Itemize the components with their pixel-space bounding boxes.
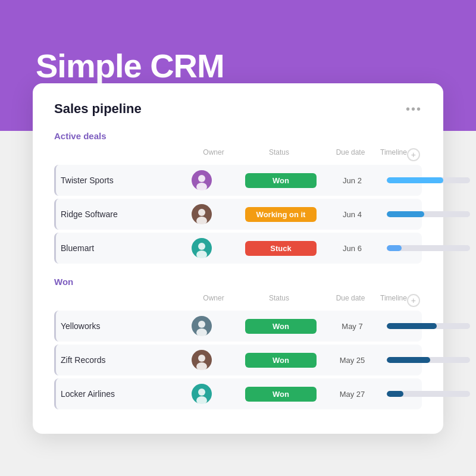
- active-deals-header: Owner Status Due date Timeline +: [54, 146, 422, 164]
- timeline-track: [387, 245, 470, 251]
- status-badge: Won: [245, 353, 317, 368]
- won-deals-header: Owner Status Due date Timeline +: [54, 292, 422, 309]
- table-row: Twister Sports Won Jun 2: [54, 165, 422, 196]
- table-row: Bluemart Stuck Jun 6: [54, 233, 422, 264]
- timeline-track: [387, 357, 470, 363]
- card-header: Sales pipeline •••: [54, 101, 422, 117]
- card-title: Sales pipeline: [54, 101, 142, 117]
- timeline-track: [387, 177, 470, 183]
- svg-point-10: [198, 321, 205, 328]
- timeline-cell: [382, 211, 475, 217]
- timeline-cell: [382, 323, 475, 329]
- status-badge: Stuck: [245, 241, 317, 256]
- svg-point-7: [198, 243, 205, 250]
- timeline-cell: [382, 391, 475, 397]
- won-duedate-col-header: Due date: [321, 294, 380, 307]
- due-date: May 27: [322, 390, 382, 399]
- timeline-col-header: Timeline: [380, 148, 407, 161]
- status-col-header: Status: [237, 148, 321, 161]
- avatar: [192, 170, 239, 190]
- more-button[interactable]: •••: [406, 102, 422, 116]
- timeline-cell: [382, 245, 475, 251]
- avatar: [192, 204, 239, 224]
- status-badge: Won: [245, 173, 317, 188]
- table-row: Yelloworks Won May 7: [54, 311, 422, 342]
- add-won-deal-button[interactable]: +: [407, 294, 420, 307]
- timeline-cell: [382, 357, 475, 363]
- timeline-fill: [387, 245, 402, 251]
- svg-point-1: [198, 175, 205, 182]
- deal-name: Ridge Software: [61, 209, 192, 219]
- svg-point-13: [198, 355, 205, 362]
- add-active-deal-button[interactable]: +: [407, 148, 420, 161]
- svg-point-16: [198, 389, 205, 396]
- timeline-fill: [387, 211, 424, 217]
- table-row: Zift Records Won May 25: [54, 345, 422, 375]
- won-timeline-col-header: Timeline: [380, 294, 407, 307]
- active-deals-section: Active deals Owner Status Due date Timel…: [54, 131, 422, 264]
- due-date: May 25: [322, 356, 382, 365]
- deal-name: Bluemart: [61, 243, 192, 253]
- avatar: [192, 384, 239, 404]
- status-badge: Won: [245, 319, 317, 334]
- deal-name: Zift Records: [61, 355, 192, 365]
- owner-col-header: Owner: [190, 148, 237, 161]
- won-deals-rows: Yelloworks Won May 7 Zift Records Won: [54, 311, 422, 409]
- timeline-fill: [387, 177, 443, 183]
- timeline-cell: [382, 177, 475, 183]
- active-deals-label: Active deals: [54, 131, 422, 141]
- timeline-track: [387, 211, 470, 217]
- timeline-fill: [387, 391, 403, 397]
- table-row: Ridge Software Working on it Jun 4: [54, 199, 422, 230]
- status-badge: Working on it: [245, 207, 317, 222]
- duedate-col-header: Due date: [321, 148, 380, 161]
- active-deals-rows: Twister Sports Won Jun 2 Ridge Software …: [54, 165, 422, 264]
- sales-pipeline-card: Sales pipeline ••• Active deals Owner St…: [33, 83, 443, 434]
- won-deals-label: Won: [54, 277, 422, 287]
- due-date: May 7: [322, 322, 382, 331]
- banner-title: Simple CRM: [36, 46, 224, 85]
- deal-name: Twister Sports: [61, 176, 192, 185]
- timeline-track: [387, 391, 470, 397]
- avatar: [192, 316, 239, 336]
- deal-name: Yelloworks: [61, 321, 192, 331]
- add-btn-placeholder: +: [407, 148, 425, 161]
- avatar: [192, 350, 239, 370]
- won-status-col-header: Status: [237, 294, 321, 307]
- svg-point-4: [198, 209, 205, 216]
- timeline-fill: [387, 323, 437, 329]
- due-date: Jun 4: [322, 210, 382, 219]
- won-owner-col-header: Owner: [190, 294, 237, 307]
- timeline-track: [387, 323, 470, 329]
- avatar: [192, 238, 239, 258]
- table-row: Locker Airlines Won May 27: [54, 378, 422, 409]
- status-badge: Won: [245, 387, 317, 402]
- timeline-fill: [387, 357, 430, 363]
- due-date: Jun 6: [322, 244, 382, 253]
- deal-name: Locker Airlines: [61, 389, 192, 399]
- due-date: Jun 2: [322, 176, 382, 185]
- won-deals-section: Won Owner Status Due date Timeline + Yel…: [54, 277, 422, 409]
